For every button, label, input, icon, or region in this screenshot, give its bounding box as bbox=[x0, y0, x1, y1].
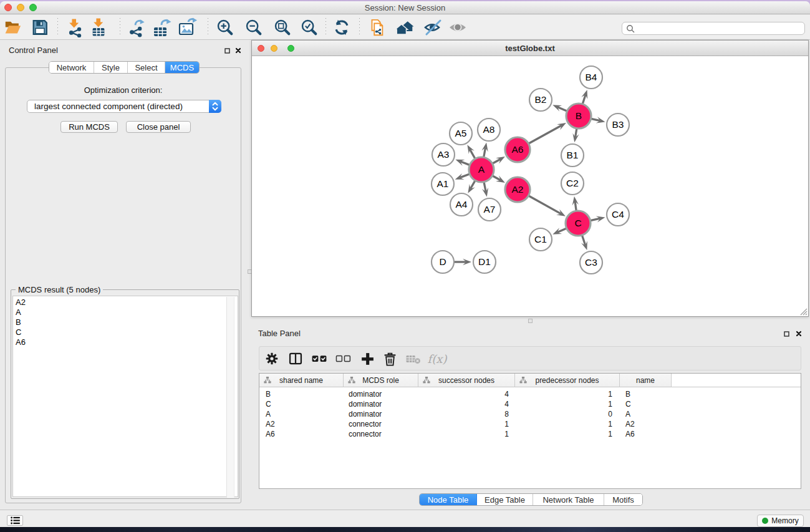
mcds-result-item[interactable]: C bbox=[13, 327, 238, 337]
list-scrollbar[interactable] bbox=[226, 297, 234, 498]
optimization-criterion-label: Optimization criterion: bbox=[6, 85, 241, 95]
search-input[interactable] bbox=[639, 23, 801, 34]
horizontal-splitter-grip[interactable] bbox=[528, 319, 533, 323]
tab-mcds[interactable]: MCDS bbox=[165, 62, 199, 73]
task-history-button[interactable] bbox=[7, 515, 23, 526]
export-image-icon[interactable] bbox=[176, 18, 198, 37]
save-session-icon[interactable] bbox=[29, 18, 51, 37]
network-graph-canvas[interactable]: AA1A2A3A4A5A6A7A8BB1B2B3B4CC1C2C3C4DD1 bbox=[253, 57, 809, 317]
table-cell[interactable]: 1 bbox=[515, 389, 612, 399]
node-table[interactable]: shared name MCDS role successor nodes pr… bbox=[259, 373, 801, 489]
first-neighbors-icon[interactable] bbox=[394, 18, 415, 37]
table-cell[interactable]: 8 bbox=[418, 409, 509, 419]
criterion-dropdown[interactable]: largest connected component (directed) bbox=[27, 100, 221, 113]
graph-node-label: A3 bbox=[438, 149, 450, 160]
tab-network-table[interactable]: Network Table bbox=[533, 494, 604, 505]
column-header-label: successor nodes bbox=[418, 374, 514, 387]
column-header-name[interactable]: name bbox=[620, 374, 672, 387]
tab-motifs[interactable]: Motifs bbox=[604, 494, 642, 505]
table-cell[interactable]: connector bbox=[349, 429, 418, 439]
table-cell[interactable]: A6 bbox=[266, 429, 344, 439]
table-cell[interactable]: 1 bbox=[515, 399, 612, 409]
table-cell[interactable]: dominator bbox=[349, 409, 418, 419]
close-panel-button[interactable]: Close panel bbox=[126, 121, 191, 133]
table-cell[interactable]: A2 bbox=[625, 419, 672, 429]
table-cell[interactable]: 1 bbox=[418, 429, 509, 439]
graph-node-label: A7 bbox=[484, 204, 496, 215]
column-header-successor-nodes[interactable]: successor nodes bbox=[418, 374, 515, 387]
fx-icon: f(x) bbox=[427, 349, 447, 368]
search-icon bbox=[626, 24, 635, 34]
table-cell[interactable]: 4 bbox=[418, 389, 509, 399]
task-list-icon bbox=[11, 516, 20, 525]
tab-node-table[interactable]: Node Table bbox=[420, 494, 477, 505]
table-cell[interactable]: 1 bbox=[418, 419, 509, 429]
control-panel-pane: Optimization criterion: largest connecte… bbox=[5, 67, 241, 503]
table-cell[interactable]: A2 bbox=[266, 419, 344, 429]
mcds-result-item[interactable]: A2 bbox=[13, 297, 238, 307]
mcds-result-item[interactable]: A6 bbox=[13, 337, 238, 347]
export-table-icon[interactable] bbox=[151, 18, 172, 37]
table-cell[interactable]: B bbox=[625, 389, 672, 399]
fx-label: f(x) bbox=[428, 352, 447, 365]
table-cell[interactable]: 0 bbox=[515, 409, 612, 419]
table-cell[interactable]: 1 bbox=[515, 429, 612, 439]
delete-table-icon bbox=[403, 349, 423, 368]
tab-edge-table[interactable]: Edge Table bbox=[477, 494, 533, 505]
application-window: Session: New Session bbox=[0, 1, 810, 527]
table-cell[interactable]: 4 bbox=[418, 399, 509, 409]
window-resize-grip-icon[interactable] bbox=[799, 307, 808, 316]
table-cell[interactable]: connector bbox=[349, 419, 418, 429]
export-network-icon[interactable] bbox=[126, 18, 147, 37]
memory-button[interactable]: Memory bbox=[757, 515, 804, 527]
table-cell[interactable]: C bbox=[266, 399, 344, 409]
graph-node-label: C3 bbox=[585, 257, 597, 268]
select-all-icon[interactable] bbox=[309, 349, 329, 368]
zoom-selected-icon[interactable] bbox=[299, 18, 320, 37]
import-table-icon[interactable] bbox=[88, 18, 109, 37]
float-table-panel-icon[interactable] bbox=[781, 329, 791, 338]
tab-style[interactable]: Style bbox=[94, 62, 128, 73]
split-columns-icon[interactable] bbox=[286, 349, 306, 368]
table-cell[interactable]: B bbox=[266, 389, 344, 399]
graph-node-label: A6 bbox=[512, 144, 524, 155]
add-column-icon[interactable] bbox=[357, 349, 377, 368]
close-table-panel-icon[interactable] bbox=[794, 329, 804, 338]
mcds-result-item[interactable]: A bbox=[13, 307, 238, 317]
table-cell[interactable]: dominator bbox=[349, 389, 418, 399]
open-file-icon[interactable] bbox=[2, 18, 23, 37]
mcds-result-list[interactable]: A2ABCA6 bbox=[12, 296, 238, 497]
close-panel-icon[interactable] bbox=[233, 46, 243, 55]
zoom-in-icon[interactable] bbox=[215, 18, 236, 37]
tab-network[interactable]: Network bbox=[49, 62, 94, 73]
column-header-predecessor-nodes[interactable]: predecessor nodes bbox=[515, 374, 620, 387]
hide-selected-icon[interactable] bbox=[423, 18, 444, 37]
unselect-all-icon[interactable] bbox=[333, 349, 353, 368]
graph-node-label: A bbox=[478, 164, 485, 175]
main-titlebar[interactable]: Session: New Session bbox=[0, 1, 810, 14]
zoom-out-icon[interactable] bbox=[243, 18, 264, 37]
column-header-shared-name[interactable]: shared name bbox=[259, 374, 344, 387]
clone-network-icon[interactable] bbox=[366, 18, 387, 37]
show-all-icon[interactable] bbox=[448, 18, 469, 37]
float-panel-icon[interactable] bbox=[222, 46, 232, 55]
table-cell[interactable]: 1 bbox=[515, 419, 612, 429]
refresh-icon[interactable] bbox=[331, 18, 352, 37]
table-cell[interactable]: A bbox=[625, 409, 672, 419]
tab-select[interactable]: Select bbox=[128, 62, 165, 73]
table-cell[interactable]: C bbox=[625, 399, 672, 409]
zoom-fit-icon[interactable] bbox=[272, 18, 293, 37]
trash-icon[interactable] bbox=[380, 349, 400, 368]
gear-icon[interactable] bbox=[262, 349, 282, 368]
run-mcds-button[interactable]: Run MCDS bbox=[60, 121, 118, 133]
column-header-label: name bbox=[620, 374, 671, 387]
column-header-filler bbox=[672, 374, 801, 387]
import-network-icon[interactable] bbox=[64, 18, 85, 37]
mcds-result-item[interactable]: B bbox=[13, 317, 238, 327]
search-box[interactable] bbox=[622, 22, 805, 35]
table-cell[interactable]: A6 bbox=[625, 429, 672, 439]
table-cell[interactable]: dominator bbox=[349, 399, 418, 409]
table-cell[interactable]: A bbox=[266, 409, 344, 419]
column-header-MCDS-role[interactable]: MCDS role bbox=[344, 374, 418, 387]
network-window-titlebar[interactable]: testGlobe.txt bbox=[252, 41, 808, 56]
